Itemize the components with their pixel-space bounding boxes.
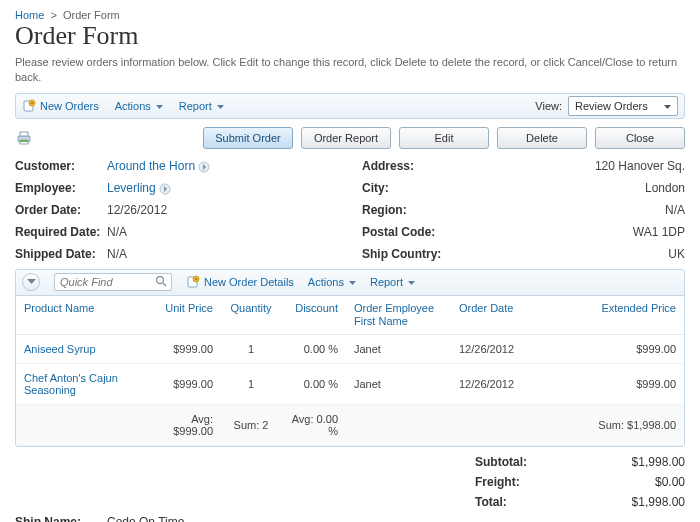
expand-collapse-button[interactable] [22,273,40,291]
cell-ext-price: $999.00 [531,335,684,364]
caret-down-icon [217,100,224,112]
new-order-details-link[interactable]: New Order Details [186,275,294,289]
customer-value[interactable]: Around the Horn [107,159,195,173]
cell-order-date: 12/26/2012 [451,335,531,364]
ship-name-label: Ship Name: [15,515,107,522]
details-report[interactable]: Report [370,276,415,288]
customer-label: Customer: [15,159,107,173]
close-button[interactable]: Close [595,127,685,149]
cell-quantity: 1 [221,364,281,405]
view-value: Review Orders [575,100,648,112]
subtotal-value: $1,998.00 [575,455,685,469]
svg-rect-3 [20,132,28,136]
view-label: View: [535,100,562,112]
shipped-date-label: Shipped Date: [15,247,107,261]
subtotal-label: Subtotal: [475,455,575,469]
address-value: 120 Hanover Sq. [462,159,685,173]
total-label: Total: [475,495,575,509]
cell-discount: 0.00 % [281,335,346,364]
new-orders-label: New Orders [40,100,99,112]
cell-quantity: 1 [221,335,281,364]
page-title: Order Form [15,21,685,51]
employee-label: Employee: [15,181,107,195]
freight-label: Freight: [475,475,575,489]
order-details-grid: Product Name Unit Price Quantity Discoun… [16,296,684,446]
goto-icon[interactable] [159,183,171,195]
city-value: London [462,181,685,195]
col-unit-price[interactable]: Unit Price [151,296,221,335]
region-label: Region: [362,203,462,217]
employee-value[interactable]: Leverling [107,181,156,195]
cell-unit-price: $999.00 [151,364,221,405]
footer-avg-disc: Avg: 0.00 % [281,405,346,446]
address-label: Address: [362,159,462,173]
country-value: UK [462,247,685,261]
cell-discount: 0.00 % [281,364,346,405]
footer-sum-ext: Sum: $1,998.00 [531,405,684,446]
top-toolbar: New Orders Actions Report View: Review O… [15,93,685,119]
freight-value: $0.00 [575,475,685,489]
table-row[interactable]: Chef Anton's Cajun Seasoning $999.00 1 0… [16,364,684,405]
svg-point-8 [157,277,164,284]
order-date-value: 12/26/2012 [107,203,338,217]
order-report-button[interactable]: Order Report [301,127,391,149]
required-date-value: N/A [107,225,338,239]
country-label: Ship Country: [362,247,462,261]
footer-sum-qty: Sum: 2 [221,405,281,446]
new-orders-link[interactable]: New Orders [22,99,99,113]
cell-unit-price: $999.00 [151,335,221,364]
delete-button[interactable]: Delete [497,127,587,149]
toolbar-actions[interactable]: Actions [115,100,163,112]
new-icon [186,275,200,289]
search-icon[interactable] [155,275,168,288]
total-value: $1,998.00 [575,495,685,509]
cell-order-date: 12/26/2012 [451,364,531,405]
cell-product[interactable]: Chef Anton's Cajun Seasoning [16,364,151,405]
cell-product[interactable]: Aniseed Syrup [16,335,151,364]
ship-name-value: Code On Time [107,515,315,522]
cell-ext-price: $999.00 [531,364,684,405]
breadcrumb-current: Order Form [63,9,120,21]
submit-order-button[interactable]: Submit Order [203,127,293,149]
postal-label: Postal Code: [362,225,462,239]
postal-value: WA1 1DP [462,225,685,239]
caret-down-icon [156,100,163,112]
breadcrumb: Home > Order Form [15,9,685,21]
caret-down-icon [664,100,671,112]
shipped-date-value: N/A [107,247,338,261]
toolbar-report[interactable]: Report [179,100,224,112]
col-discount[interactable]: Discount [281,296,346,335]
table-row[interactable]: Aniseed Syrup $999.00 1 0.00 % Janet 12/… [16,335,684,364]
order-date-label: Order Date: [15,203,107,217]
caret-down-icon [349,276,356,288]
col-emp-first[interactable]: Order Employee First Name [346,296,451,335]
order-details-panel: New Order Details Actions Report Product… [15,269,685,447]
breadcrumb-home[interactable]: Home [15,9,44,21]
col-order-date[interactable]: Order Date [451,296,531,335]
view-select[interactable]: Review Orders [568,96,678,116]
page-subtitle: Please review orders information below. … [15,55,685,85]
edit-button[interactable]: Edit [399,127,489,149]
city-label: City: [362,181,462,195]
region-value: N/A [462,203,685,217]
col-product[interactable]: Product Name [16,296,151,335]
print-icon[interactable] [15,130,33,146]
goto-icon[interactable] [198,161,210,173]
footer-avg-price: Avg: $999.00 [151,405,221,446]
required-date-label: Required Date: [15,225,107,239]
col-quantity[interactable]: Quantity [221,296,281,335]
cell-emp-first: Janet [346,335,451,364]
svg-rect-5 [20,140,28,142]
cell-emp-first: Janet [346,364,451,405]
new-icon [22,99,36,113]
details-actions[interactable]: Actions [308,276,356,288]
col-ext-price[interactable]: Extended Price [531,296,684,335]
caret-down-icon [408,276,415,288]
svg-line-9 [163,283,166,286]
